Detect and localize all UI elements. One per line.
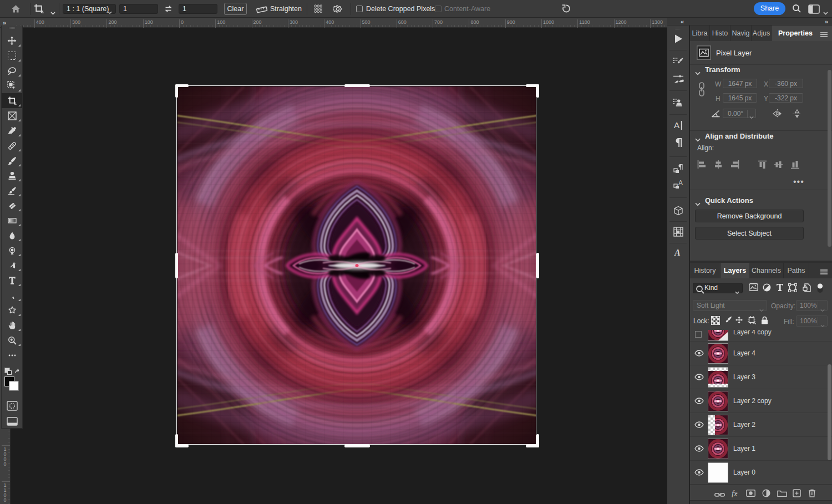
svg-text:A: A <box>674 248 681 257</box>
svg-text:A: A <box>674 120 679 130</box>
svg-text:A: A <box>678 179 683 187</box>
